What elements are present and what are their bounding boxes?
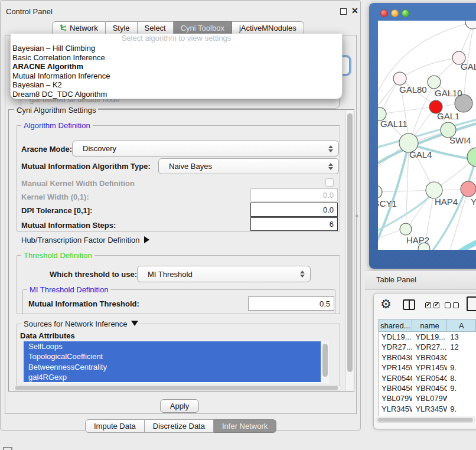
table-cell: YBR045C (379, 383, 412, 393)
network-edge[interactable] (400, 58, 459, 79)
manual-kernel-checkbox[interactable] (325, 178, 334, 187)
network-node[interactable] (426, 182, 442, 198)
settings-scrollbar-thumb[interactable] (347, 113, 353, 372)
table-row[interactable]: YBR043CYBR043C (379, 353, 476, 363)
table-row[interactable]: YLR345WYLR345W9. (379, 404, 476, 414)
dropdown-item-aracne-algorithm[interactable]: ARACNE Algorithm (11, 62, 342, 71)
aracne-mode-value: Discovery (83, 144, 116, 153)
mi-type-value: Naive Bayes (169, 162, 212, 171)
network-node[interactable] (393, 72, 406, 85)
table-cell: YPR145W (412, 363, 447, 373)
sources-toggle[interactable]: Sources for Network Inference (21, 319, 141, 328)
attribute-item-betweennesscentrality[interactable]: BetweennessCentrality (24, 362, 329, 372)
select-all-columns-icon[interactable] (425, 302, 439, 308)
close-traffic-light-icon[interactable] (380, 9, 388, 17)
table-row[interactable]: YBL079WYBL079W (379, 393, 476, 403)
kernel-width-field[interactable]: 0.0 (250, 188, 338, 201)
table-row[interactable]: YBR045CYBR045C9. (379, 383, 476, 393)
network-node-label: GAL10 (435, 88, 462, 98)
dropdown-item-mutual-information-inference[interactable]: Mutual Information Inference (11, 71, 342, 81)
network-node[interactable] (465, 21, 476, 29)
settings-hscrollbar-thumb[interactable] (15, 386, 338, 390)
table-cell: YDR27... (412, 342, 447, 352)
dropdown-item-dream8-dc-tdc-algorithm[interactable]: Dream8 DC_TDC Algorithm (11, 90, 342, 99)
cyni-settings-group-title: Cyni Algorithm Settings (14, 106, 98, 115)
dropdown-item-bayesian-k2[interactable]: Bayesian – K2 (11, 80, 342, 90)
table-row[interactable]: YIL052CYIL052C9. (379, 414, 476, 416)
network-edge[interactable] (459, 236, 476, 250)
minimize-traffic-light-icon[interactable] (391, 9, 399, 17)
table-horizontal-scrollbar[interactable] (376, 417, 475, 423)
mi-threshold-label: Mutual Information Threshold: (28, 299, 139, 308)
network-edge[interactable] (378, 190, 433, 192)
table-cell: 8. (447, 373, 476, 383)
apply-button[interactable]: Apply (160, 399, 199, 413)
mi-threshold-field[interactable]: 0.5 (248, 296, 334, 311)
minimized-panel-icon[interactable] (3, 447, 12, 450)
settings-horizontal-scrollbar[interactable] (13, 385, 341, 391)
tab-cyni-toolbox[interactable]: Cyni Toolbox (174, 21, 232, 35)
which-threshold-combo[interactable]: MI Threshold (137, 266, 311, 282)
export-table-icon[interactable] (467, 296, 476, 311)
table-row[interactable]: YPR145WYPR145W9. (379, 363, 476, 373)
attributes-vertical-scrollbar[interactable] (321, 341, 329, 383)
zoom-traffic-light-icon[interactable] (402, 9, 409, 17)
attribute-item-topologicalcoefficient[interactable]: TopologicalCoefficient (24, 351, 329, 361)
dpi-tolerance-label: DPI Tolerance [0,1]: (21, 206, 92, 215)
attribute-item-selfloops[interactable]: SelfLoops (24, 341, 329, 351)
settings-vertical-scrollbar[interactable] (345, 110, 354, 391)
table-header-row: shared...nameA (379, 319, 476, 332)
attributes-scrollbar-thumb[interactable] (322, 344, 328, 377)
network-node[interactable] (378, 185, 382, 198)
tab-impute-data[interactable]: Impute Data (85, 419, 145, 433)
table-cell: 9. (447, 363, 476, 373)
network-canvas[interactable]: GALGAL80GAL10GAL1GAL11SWI4GAL4GCY1HAP4YH… (378, 21, 476, 250)
mi-steps-field[interactable]: 6 (250, 217, 338, 231)
dropdown-item-basic-correlation-inference[interactable]: Basic Correlation Inference (11, 53, 342, 63)
dpi-tolerance-field[interactable]: 0.0 (250, 203, 338, 217)
table-row[interactable]: YDL19...YDL19...13 (379, 332, 476, 342)
tab-style[interactable]: Style (106, 21, 138, 35)
table-panel-title: Table Panel (376, 275, 416, 284)
table-row[interactable]: YER054CYER054C8. (379, 373, 476, 383)
table-cell: YLR345W (412, 404, 447, 414)
tab-select[interactable]: Select (138, 21, 174, 35)
data-attributes-label: Data Attributes (20, 331, 75, 340)
network-icon (60, 24, 67, 32)
tab-jactivemnodules[interactable]: jActiveMNodules (232, 21, 304, 35)
gear-icon[interactable]: ⚙ (380, 297, 392, 311)
network-node-label: GAL80 (399, 84, 427, 94)
column-header-a[interactable]: A (447, 319, 476, 332)
close-icon[interactable]: ✕ (351, 6, 358, 15)
column-header-shared[interactable]: shared... (379, 319, 412, 332)
dropdown-item-bayesian-hill-climbing[interactable]: Bayesian – Hill Climbing (11, 44, 342, 53)
tab-label: Network (70, 24, 98, 32)
network-node-label: GAL (461, 61, 476, 71)
hub-definition-toggle[interactable]: Hub/Transcription Factor Definition (21, 236, 149, 244)
table-cell: YIL052C (412, 414, 447, 416)
mi-type-combo[interactable]: Naive Bayes (158, 158, 339, 174)
network-node[interactable] (428, 76, 441, 89)
table-row[interactable]: YDR27...YDR27...12 (379, 342, 476, 352)
tab-discretize-data[interactable]: Discretize Data (145, 419, 214, 433)
control-panel-title: Control Panel (6, 7, 53, 16)
attribute-item-gal4rgexp[interactable]: gal4RGexp (24, 372, 329, 382)
tab-network[interactable]: Network (52, 21, 106, 35)
deselect-all-columns-icon[interactable] (445, 302, 459, 308)
columns-icon[interactable] (403, 299, 415, 310)
splitter-handle-icon[interactable]: ◂ (355, 213, 358, 219)
column-header-name[interactable]: name (412, 319, 447, 332)
table-cell: YER054C (412, 373, 447, 383)
network-node-label: Y (471, 197, 476, 207)
tab-infer-network[interactable]: Infer Network (214, 419, 276, 433)
float-window-icon[interactable] (340, 8, 347, 15)
sources-title: Sources for Network Inference (24, 319, 128, 328)
algorithm-dropdown-list: Bayesian – Hill ClimbingBasic Correlatio… (11, 44, 342, 99)
network-edge[interactable] (464, 24, 474, 95)
table-hscrollbar-thumb[interactable] (377, 418, 473, 422)
network-node[interactable] (400, 223, 412, 235)
network-node[interactable] (461, 181, 476, 197)
aracne-mode-combo[interactable]: Discovery (72, 141, 339, 156)
table-cell: YBL079W (379, 393, 412, 403)
network-edge[interactable] (380, 107, 435, 114)
